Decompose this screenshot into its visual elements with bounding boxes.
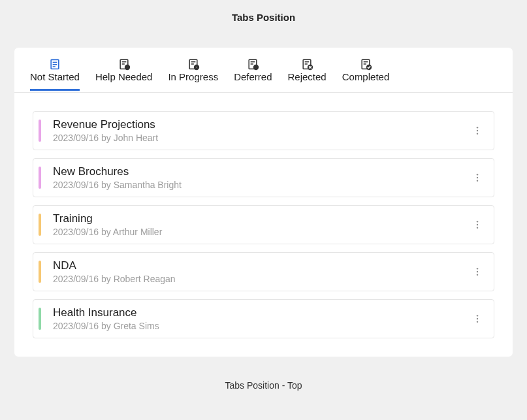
task-overflow-menu[interactable] <box>468 118 487 143</box>
svg-point-39 <box>477 268 478 269</box>
task-info: New Brochures 2023/09/16 by Samantha Bri… <box>53 165 468 190</box>
task-info: NDA 2023/09/16 by Robert Reagan <box>53 259 468 284</box>
task-list: Revenue Projections 2023/09/16 by John H… <box>14 93 513 338</box>
task-card: New Brochures 2023/09/16 by Samantha Bri… <box>33 158 494 197</box>
tabs-panel: Not Started ! Help Needed In Progress De… <box>14 48 513 357</box>
svg-point-31 <box>477 130 478 131</box>
task-meta: 2023/09/16 by Greta Sims <box>53 321 468 331</box>
task-title: New Brochures <box>53 165 468 178</box>
tab-label: Not Started <box>30 71 80 82</box>
tab-rejected[interactable]: Rejected <box>288 54 327 92</box>
task-overflow-menu[interactable] <box>468 165 487 190</box>
tab-not-started[interactable]: Not Started <box>30 54 80 92</box>
tab-label: Completed <box>342 71 390 82</box>
task-title: Training <box>53 212 468 225</box>
footer-label: Tabs Position - Top <box>0 357 527 391</box>
task-card: NDA 2023/09/16 by Robert Reagan <box>33 252 494 291</box>
task-title: Health Insurance <box>53 306 468 319</box>
deferred-icon <box>245 58 261 70</box>
kebab-icon <box>472 314 483 324</box>
tab-label: In Progress <box>168 71 218 82</box>
in-progress-icon <box>185 58 201 70</box>
task-overflow-menu[interactable] <box>468 212 487 237</box>
kebab-icon <box>472 219 483 230</box>
task-card: Health Insurance 2023/09/16 by Greta Sim… <box>33 299 494 338</box>
task-title: Revenue Projections <box>53 118 468 131</box>
task-priority-bar <box>39 120 41 142</box>
tab-help-needed[interactable]: ! Help Needed <box>95 54 153 92</box>
svg-point-38 <box>477 227 478 228</box>
tab-completed[interactable]: Completed <box>342 54 390 92</box>
task-info: Revenue Projections 2023/09/16 by John H… <box>53 118 468 143</box>
tab-label: Rejected <box>288 71 327 82</box>
task-priority-bar <box>39 261 41 283</box>
svg-point-44 <box>477 321 478 322</box>
task-title: NDA <box>53 259 468 272</box>
task-info: Training 2023/09/16 by Arthur Miller <box>53 212 468 237</box>
task-card: Training 2023/09/16 by Arthur Miller <box>33 205 494 244</box>
completed-icon <box>358 58 374 70</box>
tab-deferred[interactable]: Deferred <box>234 54 272 92</box>
task-info: Health Insurance 2023/09/16 by Greta Sim… <box>53 306 468 331</box>
help-needed-icon: ! <box>116 58 132 70</box>
svg-point-36 <box>477 221 478 222</box>
task-meta: 2023/09/16 by Robert Reagan <box>53 274 468 284</box>
svg-rect-18 <box>255 66 256 69</box>
tabs-bar: Not Started ! Help Needed In Progress De… <box>14 48 513 93</box>
svg-point-41 <box>477 274 478 275</box>
task-priority-bar <box>39 308 41 330</box>
svg-text:!: ! <box>127 65 128 70</box>
tab-in-progress[interactable]: In Progress <box>168 54 218 92</box>
page-title: Tabs Position <box>0 0 527 29</box>
svg-point-37 <box>477 224 478 225</box>
task-overflow-menu[interactable] <box>468 259 487 284</box>
svg-point-32 <box>477 133 478 134</box>
tab-label: Help Needed <box>95 71 153 82</box>
svg-point-40 <box>477 271 478 272</box>
svg-point-30 <box>477 127 478 128</box>
kebab-icon <box>472 267 483 277</box>
svg-point-34 <box>477 177 478 178</box>
task-overflow-menu[interactable] <box>468 306 487 331</box>
svg-point-35 <box>477 180 478 181</box>
kebab-icon <box>472 125 483 136</box>
kebab-icon <box>472 172 483 183</box>
tab-label: Deferred <box>234 71 272 82</box>
task-card: Revenue Projections 2023/09/16 by John H… <box>33 111 494 150</box>
task-meta: 2023/09/16 by Arthur Miller <box>53 227 468 237</box>
task-priority-bar <box>39 214 41 236</box>
svg-rect-19 <box>257 66 258 69</box>
svg-point-43 <box>477 318 478 319</box>
task-meta: 2023/09/16 by John Heart <box>53 133 468 143</box>
svg-point-42 <box>477 315 478 316</box>
task-meta: 2023/09/16 by Samantha Bright <box>53 180 468 190</box>
task-priority-bar <box>39 167 41 189</box>
svg-point-33 <box>477 174 478 175</box>
not-started-icon <box>47 58 63 70</box>
rejected-icon <box>299 58 315 70</box>
